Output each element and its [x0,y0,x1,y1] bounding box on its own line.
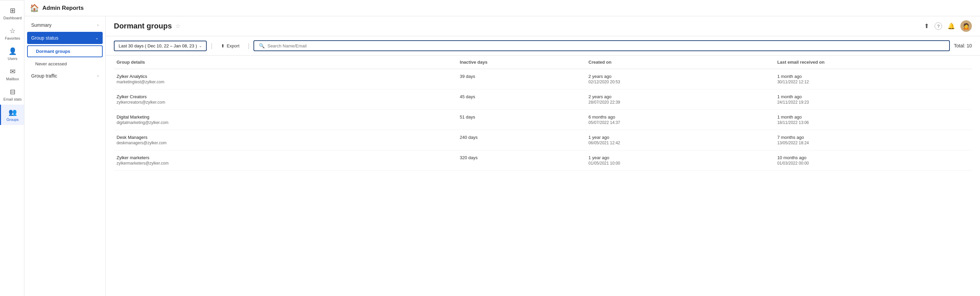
group-name-1: Zylker Creators [116,94,454,99]
date-filter-label: Last 30 days ( Dec 10, 22 – Jan 08, 23 ) [119,43,197,48]
cell-created-2: 6 months ago 05/07/2022 14:37 [586,110,775,130]
col-header-last-email: Last email received on [775,55,972,69]
cell-last-email-2: 1 month ago 18/11/2022 13:06 [775,110,972,130]
cell-last-email-3: 7 months ago 13/05/2022 18:24 [775,130,972,150]
cell-group-details-0: Zylker Analytics marketingtest@zylker.co… [114,69,457,89]
sidebar-item-summary[interactable]: Summary › [24,19,105,31]
nav-label-mailbox: Mailbox [6,77,19,81]
nav-item-email-stats[interactable]: ⊟ Email stats [0,84,24,104]
cell-created-1: 2 years ago 28/07/2020 22:39 [586,89,775,110]
group-name-4: Zylker marketers [116,155,454,160]
cell-last-email-4: 10 months ago 01/03/2022 00:00 [775,150,972,171]
export-label: Export [227,43,240,48]
col-header-group-details: Group details [114,55,457,69]
group-email-1: zylkercreators@zylker.com [116,100,454,104]
nav-item-dashboard[interactable]: ⊞ Dashboard [0,3,24,24]
star-icon[interactable]: ☆ [175,22,181,30]
total-label: Total: 10 [954,43,972,48]
favorites-icon: ☆ [10,27,16,35]
chevron-down-icon: ⌄ [95,36,99,40]
chevron-down-icon: ⌄ [199,44,202,48]
users-icon: 👤 [8,47,17,55]
export-button[interactable]: ⬆ Export [216,41,244,51]
last-email-relative-4: 10 months ago [777,155,969,160]
group-email-3: deskmanagers@zylker.com [116,141,454,145]
groups-icon: 👥 [8,108,17,116]
cell-inactive-1: 45 days [457,89,586,110]
cell-group-details-1: Zylker Creators zylkercreators@zylker.co… [114,89,457,110]
nav-item-favorites[interactable]: ☆ Favorites [0,24,24,44]
group-email-2: digitalmarketing@zylker.com [116,120,454,125]
last-email-date-2: 18/11/2022 13:06 [777,120,969,125]
avatar: 🙍 [960,20,972,32]
inactive-days-3: 240 days [460,135,583,140]
help-icon[interactable]: ? [935,22,942,30]
email-stats-icon: ⊟ [10,88,16,96]
created-relative-1: 2 years ago [589,94,772,99]
cell-created-3: 1 year ago 06/05/2021 12:42 [586,130,775,150]
cell-inactive-4: 320 days [457,150,586,171]
cell-inactive-2: 51 days [457,110,586,130]
sidebar-label-never-accessed: Never accessed [35,61,67,66]
app-title: Admin Reports [42,5,84,11]
last-email-relative-2: 1 month ago [777,114,969,120]
sidebar-item-group-traffic[interactable]: Group traffic › [24,70,105,82]
sidebar-label-group-status: Group status [31,35,58,41]
table-row: Digital Marketing digitalmarketing@zylke… [114,110,972,130]
cell-last-email-0: 1 month ago 30/11/2022 12:12 [775,69,972,89]
created-relative-0: 2 years ago [589,74,772,79]
cell-created-4: 1 year ago 01/05/2021 10:00 [586,150,775,171]
nav-label-groups: Groups [6,117,19,122]
nav-item-mailbox[interactable]: ✉ Mailbox [0,64,24,84]
dashboard-icon: ⊞ [10,6,16,14]
group-email-4: zylkermarketers@zylker.com [116,161,454,166]
chevron-right-icon: › [97,23,99,27]
created-relative-2: 6 months ago [589,114,772,120]
search-box: 🔍 [253,40,950,51]
sidebar-label-group-traffic: Group traffic [31,73,57,79]
inactive-days-1: 45 days [460,94,583,99]
group-email-0: marketingtest@zylker.com [116,79,454,84]
sidebar-label-summary: Summary [31,22,51,28]
created-relative-3: 1 year ago [589,135,772,140]
divider-1: | [211,42,212,49]
sidebar-label-dormant-groups: Dormant groups [36,49,70,54]
last-email-date-3: 13/05/2022 18:24 [777,141,969,145]
sidebar-item-dormant-groups[interactable]: Dormant groups [27,45,103,57]
mailbox-icon: ✉ [10,67,16,76]
notification-icon[interactable]: 🔔 [947,22,955,30]
upload-icon[interactable]: ⬆ [924,22,929,30]
created-relative-4: 1 year ago [589,155,772,160]
created-date-2: 05/07/2022 14:37 [589,120,772,125]
sidebar-item-never-accessed[interactable]: Never accessed [24,58,105,70]
nav-label-favorites: Favorites [5,36,20,40]
chevron-right-icon-traffic: › [97,73,99,78]
group-name-0: Zylker Analytics [116,74,454,79]
last-email-relative-1: 1 month ago [777,94,969,99]
last-email-relative-3: 7 months ago [777,135,969,140]
date-filter-button[interactable]: Last 30 days ( Dec 10, 22 – Jan 08, 23 )… [114,41,207,51]
sidebar-item-group-status[interactable]: Group status ⌄ [27,32,103,44]
inactive-days-0: 39 days [460,74,583,79]
nav-item-groups[interactable]: 👥 Groups [0,104,24,125]
cell-inactive-3: 240 days [457,130,586,150]
created-date-0: 02/12/2020 20:53 [589,79,772,84]
inactive-days-2: 51 days [460,114,583,120]
table-row: Zylker Creators zylkercreators@zylker.co… [114,89,972,110]
search-input[interactable] [267,43,944,48]
group-name-3: Desk Managers [116,135,454,140]
last-email-date-0: 30/11/2022 12:12 [777,79,969,84]
cell-group-details-2: Digital Marketing digitalmarketing@zylke… [114,110,457,130]
export-icon: ⬆ [221,43,225,48]
nav-item-users[interactable]: 👤 Users [0,44,24,64]
cell-inactive-0: 39 days [457,69,586,89]
divider-2: | [248,42,250,49]
nav-label-users: Users [8,57,18,61]
cell-last-email-1: 1 month ago 24/11/2022 19:23 [775,89,972,110]
page-title: Dormant groups [114,22,172,30]
created-date-3: 06/05/2021 12:42 [589,141,772,145]
last-email-date-1: 24/11/2022 19:23 [777,100,969,104]
table-row: Zylker Analytics marketingtest@zylker.co… [114,69,972,89]
group-name-2: Digital Marketing [116,114,454,120]
created-date-4: 01/05/2021 10:00 [589,161,772,166]
